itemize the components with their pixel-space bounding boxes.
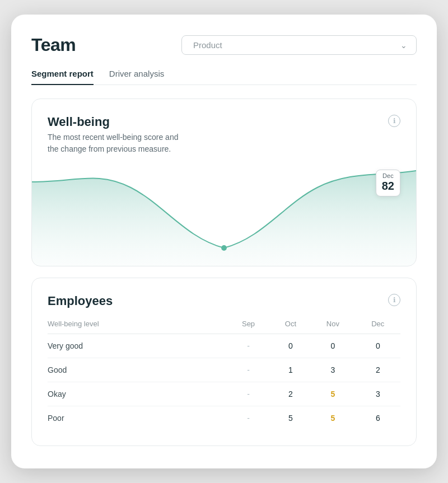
wellbeing-description: The most recent well-being score and the… bbox=[48, 132, 400, 155]
employees-card: Employees ℹ Well-being level Sep Oct Nov… bbox=[31, 278, 417, 446]
cell-oct: 5 bbox=[271, 406, 310, 430]
cell-level: Okay bbox=[48, 382, 226, 406]
table-row: Good-132 bbox=[48, 358, 400, 382]
page-title: Team bbox=[31, 35, 76, 55]
cell-nov: 5 bbox=[310, 382, 355, 406]
employees-table: Well-being level Sep Oct Nov Dec Very go… bbox=[48, 320, 400, 430]
employees-card-header: Employees ℹ bbox=[48, 294, 400, 308]
product-dropdown-label: Product bbox=[193, 40, 222, 50]
wellbeing-chart: Dec 82 bbox=[32, 165, 416, 266]
cell-level: Very good bbox=[48, 334, 226, 358]
cell-dec: 6 bbox=[356, 406, 400, 430]
cell-dec: 0 bbox=[356, 334, 400, 358]
chart-tooltip: Dec 82 bbox=[376, 170, 400, 196]
cell-sep: - bbox=[226, 382, 270, 406]
cell-nov: 5 bbox=[310, 406, 355, 430]
table-row: Okay-253 bbox=[48, 382, 400, 406]
wellbeing-title: Well-being bbox=[48, 115, 110, 129]
cell-level: Poor bbox=[48, 406, 226, 430]
col-oct: Oct bbox=[271, 320, 310, 334]
product-dropdown[interactable]: Product ⌄ bbox=[181, 35, 417, 55]
table-row: Poor-556 bbox=[48, 406, 400, 430]
wellbeing-info-icon[interactable]: ℹ bbox=[388, 115, 400, 127]
wellbeing-card-header: Well-being ℹ bbox=[48, 115, 400, 129]
tab-bar: Segment report Driver analysis bbox=[31, 69, 417, 85]
employees-title: Employees bbox=[48, 294, 113, 308]
cell-oct: 1 bbox=[271, 358, 310, 382]
wellbeing-card: Well-being ℹ The most recent well-being … bbox=[31, 99, 417, 266]
cell-oct: 2 bbox=[271, 382, 310, 406]
cell-dec: 2 bbox=[356, 358, 400, 382]
tooltip-value: 82 bbox=[382, 179, 394, 193]
cell-dec: 3 bbox=[356, 382, 400, 406]
cell-nov: 0 bbox=[310, 334, 355, 358]
employees-info-icon[interactable]: ℹ bbox=[388, 294, 400, 306]
col-level: Well-being level bbox=[48, 320, 226, 334]
cell-nov: 3 bbox=[310, 358, 355, 382]
app-frame: Team Product ⌄ Segment report Driver ana… bbox=[11, 15, 437, 468]
cell-level: Good bbox=[48, 358, 226, 382]
chevron-down-icon: ⌄ bbox=[400, 41, 407, 50]
tooltip-month: Dec bbox=[382, 172, 394, 179]
col-nov: Nov bbox=[310, 320, 355, 334]
tab-segment-report[interactable]: Segment report bbox=[31, 69, 94, 85]
svg-point-0 bbox=[221, 245, 227, 251]
cell-sep: - bbox=[226, 406, 270, 430]
tab-driver-analysis[interactable]: Driver analysis bbox=[109, 69, 164, 85]
col-dec: Dec bbox=[356, 320, 400, 334]
header: Team Product ⌄ bbox=[31, 35, 417, 55]
cell-oct: 0 bbox=[271, 334, 310, 358]
table-row: Very good-000 bbox=[48, 334, 400, 358]
cell-sep: - bbox=[226, 334, 270, 358]
cell-sep: - bbox=[226, 358, 270, 382]
col-sep: Sep bbox=[226, 320, 270, 334]
table-header-row: Well-being level Sep Oct Nov Dec bbox=[48, 320, 400, 334]
